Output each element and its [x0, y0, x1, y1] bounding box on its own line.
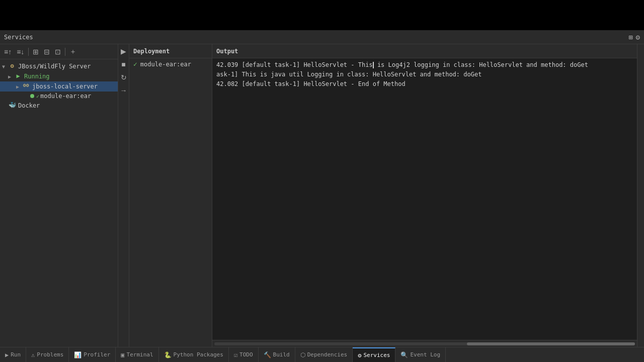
- check-icon-ear: ✓: [36, 94, 39, 99]
- expand-icon[interactable]: ⊞: [628, 33, 632, 41]
- tab-dependencies[interactable]: ⬡ Dependencies: [295, 347, 353, 362]
- output-header: Output: [212, 44, 637, 58]
- tree-arrow-jboss: ▼: [2, 64, 8, 69]
- tab-event-log-label: Event Log: [410, 351, 440, 358]
- tree-label-docker: Docker: [18, 102, 40, 109]
- tab-run-label: Run: [11, 351, 21, 358]
- tree-item-jboss-local[interactable]: ▶ ⚙⚙ jboss-local-server: [0, 81, 118, 92]
- output-text-1: 42.039 [default task-1] HelloServlet - T…: [216, 61, 588, 68]
- output-line-3: 42.082 [default task-1] HelloServlet - E…: [216, 79, 633, 89]
- bookmark-button[interactable]: ⊡: [54, 47, 62, 56]
- deployment-check-icon: ✓: [133, 60, 137, 68]
- tree-panel[interactable]: ▼ ⚙ JBoss/WildFly Server ▶ ▶ Running ▶ ⚙…: [0, 59, 118, 347]
- stop-side-button[interactable]: ■: [119, 59, 129, 69]
- output-line-1: 42.039 [default task-1] HelloServlet - T…: [216, 60, 633, 70]
- toolbar: ≡↑ ≡↓ ⊞ ⊟ ⊡ ＋: [0, 44, 118, 59]
- terminal-icon: ▣: [121, 351, 124, 358]
- tab-python-packages-label: Python Packages: [174, 351, 223, 358]
- top-bar: [0, 0, 644, 30]
- deployment-panel: Deployment ✓ module-ear:ear: [129, 44, 212, 347]
- settings-icon[interactable]: ⚙: [636, 33, 640, 41]
- tab-run[interactable]: ▶ Run: [0, 347, 26, 362]
- deployment-header: Deployment: [129, 44, 212, 58]
- tree-arrow-ear: [24, 94, 30, 99]
- tab-todo-label: TODO: [239, 351, 253, 358]
- event-log-icon: 🔍: [400, 351, 408, 358]
- profiler-icon: 📊: [74, 351, 82, 358]
- right-side-panel: [637, 44, 644, 347]
- status-dot-green: [30, 94, 34, 98]
- server-icon: ⚙: [8, 62, 16, 70]
- group-button[interactable]: ⊞: [32, 47, 40, 56]
- expand-all-button[interactable]: ≡↓: [16, 47, 25, 56]
- dependencies-icon: ⬡: [300, 351, 305, 358]
- arrow-right-side-button[interactable]: →: [119, 85, 129, 96]
- output-scrollbar[interactable]: [212, 340, 637, 347]
- toolbar-separator-2: [65, 48, 65, 56]
- filter-button[interactable]: ⊟: [43, 47, 51, 56]
- tree-item-docker[interactable]: 🐳 Docker: [0, 101, 118, 111]
- tab-dependencies-label: Dependencies: [307, 351, 347, 358]
- tree-item-running[interactable]: ▶ ▶ Running: [0, 71, 118, 81]
- tab-problems[interactable]: ⚠ Problems: [26, 347, 69, 362]
- output-text-3: 42.082 [default task-1] HelloServlet - E…: [216, 80, 406, 87]
- title-bar-icons: ⊞ ⚙: [628, 33, 640, 41]
- python-icon: 🐍: [164, 351, 172, 358]
- tree-label-local: jboss-local-server: [32, 83, 98, 90]
- tab-profiler[interactable]: 📊 Profiler: [69, 347, 116, 362]
- tree-label-jboss: JBoss/WildFly Server: [18, 63, 91, 70]
- play-side-button[interactable]: ▶: [119, 46, 129, 56]
- tab-bar: ▶ Run ⚠ Problems 📊 Profiler ▣ Terminal 🐍…: [0, 347, 644, 362]
- collapse-all-button[interactable]: ≡↑: [3, 47, 13, 56]
- tree-item-module-ear[interactable]: ✓ module-ear:ear: [0, 92, 118, 101]
- title-label: Services: [4, 34, 33, 41]
- tab-services[interactable]: ⚙ Services: [353, 347, 395, 362]
- docker-icon: 🐳: [8, 102, 16, 110]
- tree-item-jboss-wildfly[interactable]: ▼ ⚙ JBoss/WildFly Server: [0, 61, 118, 71]
- tab-todo[interactable]: ☑ TODO: [229, 347, 259, 362]
- output-text-2: ask-1] This is java util Logging in clas…: [216, 71, 481, 78]
- run-icon: ▶: [14, 72, 22, 80]
- deployment-item-label: module-ear:ear: [140, 61, 191, 68]
- tab-build-label: Build: [273, 351, 290, 358]
- side-action-bar: ▶ ■ ↻ →: [118, 44, 129, 347]
- scroll-thumb[interactable]: [467, 342, 635, 345]
- tab-profiler-label: Profiler: [84, 351, 110, 358]
- output-line-2: ask-1] This is java util Logging in clas…: [216, 70, 633, 79]
- tree-label-ear: module-ear:ear: [40, 93, 91, 100]
- scroll-track[interactable]: [214, 342, 635, 345]
- tree-arrow-local: ▶: [16, 84, 22, 89]
- services-icon: ⚙: [358, 352, 361, 359]
- left-panel: ≡↑ ≡↓ ⊞ ⊟ ⊡ ＋ ▼ ⚙ JBoss/WildFly Server ▶…: [0, 44, 118, 347]
- refresh-side-button[interactable]: ↻: [119, 72, 129, 82]
- tab-build[interactable]: 🔨 Build: [259, 347, 295, 362]
- toolbar-separator-1: [28, 48, 29, 56]
- tab-python-packages[interactable]: 🐍 Python Packages: [159, 347, 229, 362]
- tree-arrow-running: ▶: [8, 74, 14, 79]
- main-area: ≡↑ ≡↓ ⊞ ⊟ ⊡ ＋ ▼ ⚙ JBoss/WildFly Server ▶…: [0, 44, 644, 347]
- tab-problems-label: Problems: [37, 351, 63, 358]
- local-server-icon: ⚙⚙: [22, 82, 30, 90]
- tab-terminal[interactable]: ▣ Terminal: [116, 347, 158, 362]
- deployment-item-module-ear[interactable]: ✓ module-ear:ear: [129, 58, 212, 70]
- add-button[interactable]: ＋: [68, 47, 77, 57]
- title-bar-left: Services: [4, 34, 33, 41]
- todo-icon: ☑: [234, 351, 237, 358]
- tree-label-running: Running: [24, 73, 50, 80]
- tab-services-label: Services: [363, 352, 390, 358]
- output-panel: Output 42.039 [default task-1] HelloServ…: [212, 44, 637, 347]
- tab-terminal-label: Terminal: [127, 351, 153, 358]
- problems-icon: ⚠: [31, 351, 35, 358]
- output-content[interactable]: 42.039 [default task-1] HelloServlet - T…: [212, 58, 637, 340]
- title-bar: Services ⊞ ⚙: [0, 30, 644, 44]
- tree-arrow-docker: [2, 103, 8, 109]
- tab-event-log[interactable]: 🔍 Event Log: [395, 347, 446, 362]
- build-icon: 🔨: [264, 351, 271, 358]
- run-tab-icon: ▶: [5, 351, 9, 358]
